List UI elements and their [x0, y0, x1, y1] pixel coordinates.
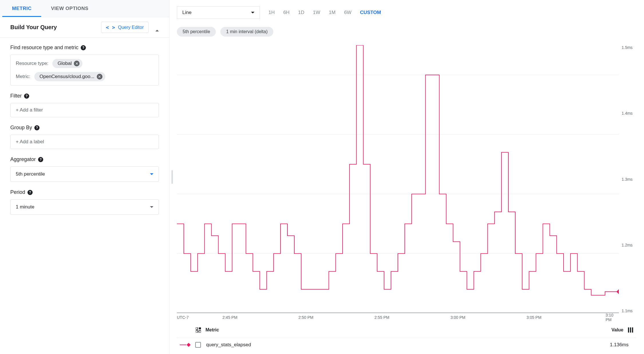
- x-tick-label: 3:05 PM: [526, 315, 541, 320]
- time-range-selector: 1H6H1D1W1M6WCUSTOM: [268, 10, 381, 15]
- add-label-input[interactable]: + Add a label: [10, 135, 159, 149]
- legend-metric-header: Metric: [206, 327, 219, 333]
- svg-rect-6: [617, 289, 619, 294]
- y-tick-label: 1.5ms: [620, 45, 636, 50]
- legend-layout-icon[interactable]: [196, 327, 201, 333]
- chart-type-select[interactable]: Line: [177, 6, 260, 19]
- section-period-label-text: Period: [10, 189, 25, 195]
- chart-y-axis-labels: 1.5ms1.4ms1.3ms1.2ms1.1ms: [620, 45, 636, 313]
- metric-chip: OpenCensus/cloud.goo... ✕: [34, 72, 105, 81]
- help-icon[interactable]: ?: [27, 190, 33, 195]
- time-range-1w[interactable]: 1W: [313, 10, 320, 15]
- x-tick-label: 3:00 PM: [451, 315, 465, 320]
- time-range-custom[interactable]: CUSTOM: [360, 10, 381, 15]
- add-filter-input[interactable]: + Add a filter: [10, 103, 159, 117]
- chevron-down-icon: [150, 206, 153, 208]
- panel-resize-handle[interactable]: [169, 0, 175, 354]
- card-header-actions: < > Query Editor: [101, 22, 159, 33]
- tab-view-options-label: VIEW OPTIONS: [51, 6, 88, 11]
- section-aggregator-label: Aggregator ?: [10, 156, 159, 162]
- legend-series-value: 1.136ms: [610, 342, 629, 348]
- y-tick-label: 1.1ms: [620, 309, 636, 313]
- chart-plot-area[interactable]: [177, 45, 619, 313]
- svg-rect-8: [199, 327, 201, 329]
- svg-rect-13: [632, 327, 633, 333]
- help-icon[interactable]: ?: [38, 157, 43, 162]
- tab-view-options[interactable]: VIEW OPTIONS: [41, 0, 98, 17]
- resource-type-label: Resource type:: [16, 61, 48, 66]
- metric-label: Metric:: [16, 74, 30, 79]
- remove-metric-icon[interactable]: ✕: [97, 74, 102, 79]
- resource-type-row: Resource type: Global ✕: [16, 59, 153, 68]
- period-select[interactable]: 1 minute: [10, 199, 159, 215]
- metric-row: Metric: OpenCensus/cloud.goo... ✕: [16, 72, 153, 81]
- query-editor-button-label: Query Editor: [118, 25, 144, 30]
- section-period-label: Period ?: [10, 189, 159, 195]
- timezone-label: UTC-7: [177, 315, 189, 320]
- aggregator-select-value: 5th percentile: [16, 171, 45, 177]
- chevron-up-icon: [155, 25, 159, 31]
- drag-handle-icon: [171, 170, 173, 184]
- y-tick-label: 1.3ms: [620, 177, 636, 182]
- tab-metric[interactable]: METRIC: [2, 0, 41, 17]
- resource-type-chip: Global ✕: [52, 59, 82, 68]
- y-tick-label: 1.2ms: [620, 243, 636, 247]
- section-group-by-label: Group By ?: [10, 125, 159, 131]
- legend-header: Metric Value: [177, 322, 636, 338]
- code-icon: < >: [106, 24, 115, 30]
- remove-resource-type-icon[interactable]: ✕: [74, 61, 80, 66]
- section-filter-label-text: Filter: [10, 93, 22, 99]
- columns-icon[interactable]: [628, 327, 633, 333]
- section-find-label: Find resource type and metric ?: [10, 45, 159, 51]
- section-period: Period ? 1 minute: [10, 189, 159, 215]
- section-find: Find resource type and metric ? Resource…: [10, 45, 159, 85]
- legend-row[interactable]: query_stats_elapsed 1.136ms: [177, 338, 636, 352]
- resource-type-chip-label: Global: [58, 61, 72, 66]
- resource-metric-input[interactable]: Resource type: Global ✕ Metric: OpenCens…: [10, 55, 159, 85]
- time-range-1m[interactable]: 1M: [329, 10, 336, 15]
- period-select-value: 1 minute: [16, 204, 34, 210]
- help-icon[interactable]: ?: [24, 94, 29, 99]
- chart: 1.5ms1.4ms1.3ms1.2ms1.1ms UTC-72:45 PM2:…: [177, 45, 636, 322]
- panel-tabs: METRIC VIEW OPTIONS: [0, 0, 169, 17]
- chevron-down-icon: [251, 12, 254, 13]
- legend-series-checkbox[interactable]: [195, 342, 201, 348]
- section-find-label-text: Find resource type and metric: [10, 45, 78, 51]
- metric-chip-label: OpenCensus/cloud.goo...: [39, 74, 94, 79]
- y-tick-label: 1.4ms: [620, 111, 636, 116]
- chart-panel: Line 1H6H1D1W1M6WCUSTOM 5th percentile 1…: [175, 0, 644, 354]
- x-tick-label: 2:45 PM: [222, 315, 237, 320]
- pill-interval: 1 min interval (delta): [220, 27, 273, 37]
- legend-swatch: [180, 343, 190, 346]
- svg-rect-11: [628, 327, 629, 333]
- legend-series-name: query_stats_elapsed: [206, 342, 610, 348]
- time-range-1d[interactable]: 1D: [298, 10, 304, 15]
- section-filter: Filter ? + Add a filter: [10, 93, 159, 117]
- svg-rect-12: [630, 327, 631, 333]
- add-filter-placeholder: + Add a filter: [16, 107, 43, 113]
- card-header: Build Your Query < > Query Editor: [0, 17, 169, 38]
- time-range-6w[interactable]: 6W: [344, 10, 351, 15]
- section-group-by: Group By ? + Add a label: [10, 125, 159, 149]
- section-filter-label: Filter ?: [10, 93, 159, 99]
- x-tick-label: 3:10 PM: [606, 313, 615, 322]
- x-tick-label: 2:55 PM: [374, 315, 389, 320]
- pill-aggregator: 5th percentile: [177, 27, 216, 37]
- section-group-by-label-text: Group By: [10, 125, 32, 131]
- chart-topbar: Line 1H6H1D1W1M6WCUSTOM: [177, 6, 636, 19]
- time-range-1h[interactable]: 1H: [268, 10, 275, 15]
- card-title: Build Your Query: [10, 24, 57, 31]
- collapse-card-toggle[interactable]: [155, 25, 159, 30]
- time-range-6h[interactable]: 6H: [283, 10, 290, 15]
- card-body: Find resource type and metric ? Resource…: [0, 38, 169, 217]
- svg-rect-7: [196, 327, 198, 329]
- chart-summary-pills: 5th percentile 1 min interval (delta): [177, 27, 636, 37]
- query-editor-button[interactable]: < > Query Editor: [101, 22, 149, 33]
- aggregator-select[interactable]: 5th percentile: [10, 166, 159, 182]
- section-aggregator-label-text: Aggregator: [10, 156, 36, 162]
- help-icon[interactable]: ?: [81, 45, 86, 50]
- chart-x-axis-labels: UTC-72:45 PM2:50 PM2:55 PM3:00 PM3:05 PM…: [177, 313, 619, 322]
- tab-metric-label: METRIC: [12, 6, 31, 11]
- help-icon[interactable]: ?: [34, 125, 39, 130]
- add-label-placeholder: + Add a label: [16, 139, 44, 144]
